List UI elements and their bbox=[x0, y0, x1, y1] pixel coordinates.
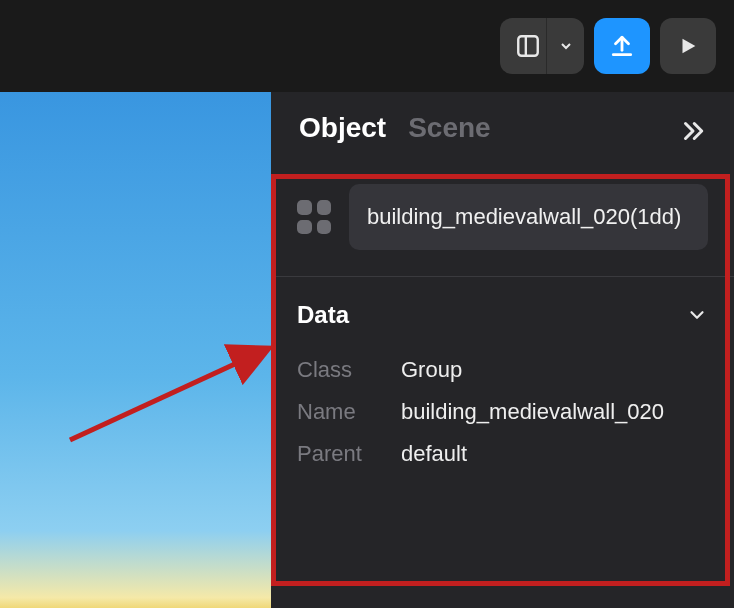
group-icon bbox=[297, 200, 331, 234]
chevron-down-icon bbox=[686, 304, 708, 326]
object-name-field[interactable]: building_medievalwall_020(1dd) bbox=[349, 184, 708, 250]
section-header-data[interactable]: Data bbox=[271, 277, 734, 345]
chevron-double-right-icon bbox=[678, 116, 708, 146]
tab-scene[interactable]: Scene bbox=[408, 112, 491, 144]
upload-icon bbox=[609, 33, 635, 59]
property-label: Parent bbox=[297, 441, 401, 467]
viewport-3d[interactable] bbox=[0, 92, 271, 608]
property-row-name: Name building_medievalwall_020 bbox=[297, 391, 708, 433]
property-label: Name bbox=[297, 399, 401, 425]
property-value: building_medievalwall_020 bbox=[401, 399, 664, 425]
layout-icon bbox=[515, 33, 541, 59]
layout-dropdown-button[interactable] bbox=[546, 18, 584, 74]
play-button[interactable] bbox=[660, 18, 716, 74]
tab-object[interactable]: Object bbox=[299, 112, 386, 144]
expand-button[interactable] bbox=[678, 116, 708, 150]
property-row-parent: Parent default bbox=[297, 433, 708, 475]
property-label: Class bbox=[297, 357, 401, 383]
play-icon bbox=[677, 35, 699, 57]
upload-button[interactable] bbox=[594, 18, 650, 74]
data-properties: Class Group Name building_medievalwall_0… bbox=[271, 345, 734, 495]
chevron-down-icon bbox=[558, 38, 574, 54]
property-value: Group bbox=[401, 357, 462, 383]
property-row-class: Class Group bbox=[297, 349, 708, 391]
section-title: Data bbox=[297, 301, 349, 329]
top-toolbar bbox=[0, 0, 734, 92]
layout-button-group bbox=[500, 18, 584, 74]
object-name-row: building_medievalwall_020(1dd) bbox=[271, 162, 734, 277]
property-value: default bbox=[401, 441, 467, 467]
svg-marker-4 bbox=[683, 39, 696, 54]
inspector-tabs: Object Scene bbox=[271, 92, 734, 162]
svg-rect-0 bbox=[518, 36, 538, 56]
inspector-panel: Object Scene building_medievalwall_020(1… bbox=[271, 92, 734, 608]
